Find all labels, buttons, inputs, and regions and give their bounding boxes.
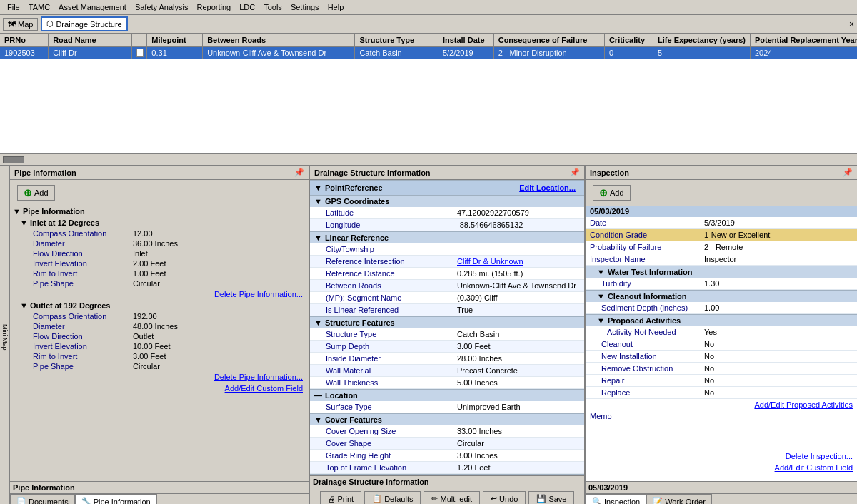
add-edit-proposed-link[interactable]: Add/Edit Proposed Activities bbox=[586, 399, 857, 410]
ds-row-betweenroads: Between Roads Unknown-Cliff Ave & Townse… bbox=[310, 280, 584, 292]
insp-row-replace: Replace No bbox=[586, 387, 857, 399]
ds-section-linear[interactable]: ▼ Linear Reference bbox=[310, 231, 584, 243]
map-button[interactable]: 🗺 Map bbox=[3, 18, 38, 31]
ds-section-gps[interactable]: ▼ GPS Coordinates bbox=[310, 195, 584, 207]
cell-prno: 1902503 bbox=[0, 47, 49, 59]
proposed-title: Proposed Activities bbox=[608, 316, 681, 325]
ds-section-pointref[interactable]: ▼ PointReference Edit Location... bbox=[310, 180, 584, 195]
delete-pipe-inlet-link[interactable]: Delete Pipe Information... bbox=[10, 288, 309, 300]
insp-date-section[interactable]: 05/03/2019 bbox=[586, 206, 857, 217]
multi-edit-button[interactable]: ✏ Multi-edit bbox=[424, 491, 480, 504]
insp-tab-inspection[interactable]: 🔍 Inspection bbox=[586, 494, 646, 504]
pipe-section-header[interactable]: ▼ Pipe Information bbox=[10, 206, 309, 217]
pipe-tab-documents[interactable]: 📄 Documents bbox=[10, 494, 75, 504]
pipe-prop-list: ▼ Pipe Information ▼ Inlet at 12 Degrees… bbox=[10, 206, 309, 481]
cell-roadname: Cliff Dr bbox=[49, 47, 132, 59]
cover-title: Cover Features bbox=[325, 415, 382, 424]
menu-bar: File TAMC Asset Management Safety Analys… bbox=[0, 0, 857, 15]
ds-section-cover[interactable]: ▼ Cover Features bbox=[310, 413, 584, 425]
diameter-outlet: Diameter 48.00 Inches bbox=[10, 321, 309, 331]
pipe-panel-title: Pipe Information bbox=[14, 168, 76, 177]
undo-button[interactable]: ↩ Undo bbox=[483, 491, 526, 504]
row-checkbox[interactable]: ✓ bbox=[136, 49, 144, 57]
cell-consequence: 2 - Minor Disruption bbox=[494, 47, 605, 59]
edit-location-link[interactable]: Edit Location... bbox=[515, 182, 580, 193]
menu-reporting[interactable]: Reporting bbox=[192, 1, 235, 13]
menu-safety[interactable]: Safety Analysis bbox=[131, 1, 193, 13]
cell-checkbox[interactable]: ✓ bbox=[132, 47, 148, 59]
menu-ldc[interactable]: LDC bbox=[235, 1, 259, 13]
ds-row-topframe: Top of Frame Elevation 1.20 Feet bbox=[310, 462, 584, 474]
ds-panel-pin[interactable]: 📌 bbox=[570, 168, 580, 177]
defaults-button[interactable]: 📋 Defaults bbox=[364, 491, 421, 504]
insp-tab-label: Inspection bbox=[604, 498, 640, 505]
pipe-tab-pipe-info[interactable]: 🔧 Pipe Information bbox=[75, 494, 157, 504]
insp-panel-pin[interactable]: 📌 bbox=[843, 168, 853, 177]
insp-proposed-section[interactable]: ▼ Proposed Activities bbox=[586, 314, 857, 326]
menu-help[interactable]: Help bbox=[324, 1, 349, 13]
save-button[interactable]: 💾 Save bbox=[528, 491, 574, 504]
insp-add-label: Add bbox=[610, 188, 624, 197]
insp-add-button[interactable]: ⊕ Add bbox=[593, 185, 631, 201]
menu-settings[interactable]: Settings bbox=[286, 1, 324, 13]
ds-section-structfeat[interactable]: ▼ Structure Features bbox=[310, 316, 584, 328]
window-close-button[interactable]: × bbox=[849, 19, 854, 29]
insp-row-removeobs: Remove Obstruction No bbox=[586, 363, 857, 375]
ds-row-city: City/Township bbox=[310, 243, 584, 256]
insp-cleanout-section[interactable]: ▼ Cleanout Information bbox=[586, 290, 857, 302]
col-between: Between Roads bbox=[203, 34, 355, 46]
insp-row-probfailure: Probability of Failure 2 - Remote bbox=[586, 241, 857, 253]
rim-to-invert-outlet: Rim to Invert 3.00 Feet bbox=[10, 351, 309, 361]
print-button[interactable]: 🖨 Print bbox=[320, 491, 362, 504]
ds-footer-label: Drainage Structure Information bbox=[310, 475, 584, 488]
h-scrollbar-thumb[interactable] bbox=[3, 156, 24, 163]
pipe-inlet-header[interactable]: ▼ Inlet at 12 Degrees bbox=[10, 217, 309, 228]
mini-map-tab[interactable]: Mini Map bbox=[0, 166, 10, 504]
doc-icon: 📄 bbox=[16, 497, 26, 504]
insp-footer-tabs: 🔍 Inspection 📝 Work Order bbox=[586, 493, 857, 504]
cell-installdate: 5/2/2019 bbox=[438, 47, 494, 59]
add-edit-custom-pipe-link[interactable]: Add/Edit Custom Field bbox=[10, 383, 309, 394]
cell-replacement: 2024 bbox=[751, 47, 857, 59]
pipe-footer-label: Pipe Information bbox=[10, 481, 309, 493]
delete-pipe-outlet-link[interactable]: Delete Pipe Information... bbox=[10, 371, 309, 383]
pipe-shape-outlet: Pipe Shape Circular bbox=[10, 361, 309, 371]
insp-add-icon: ⊕ bbox=[599, 187, 608, 198]
delete-inspection-link[interactable]: Delete Inspection... bbox=[586, 450, 857, 462]
drainage-structure-button[interactable]: ⬡ Drainage Structure bbox=[41, 16, 127, 31]
insp-watertest-section[interactable]: ▼ Water Test Information bbox=[586, 266, 857, 278]
gps-expand: ▼ bbox=[314, 197, 322, 206]
insp-content: 05/03/2019 Date 5/3/2019 Condition Grade… bbox=[586, 206, 857, 481]
pipe-inlet-expand: ▼ bbox=[20, 218, 28, 227]
multi-edit-icon: ✏ bbox=[431, 494, 438, 503]
menu-tools[interactable]: Tools bbox=[259, 1, 286, 13]
insp-row-sediment: Sediment Depth (inches) 1.00 bbox=[586, 302, 857, 314]
pipe-add-label: Add bbox=[34, 188, 49, 197]
flow-direction-inlet: Flow Direction Inlet bbox=[10, 248, 309, 258]
ds-row-insidediam: Inside Diameter 28.00 Inches bbox=[310, 353, 584, 365]
ds-row-surface: Surface Type Unimproved Earth bbox=[310, 401, 584, 413]
pipe-add-button[interactable]: ⊕ Add bbox=[17, 185, 55, 201]
pipe-outlet-header[interactable]: ▼ Outlet at 192 Degrees bbox=[10, 300, 309, 311]
gps-title: GPS Coordinates bbox=[325, 197, 389, 206]
insp-row-turbidity: Turbidity 1.30 bbox=[586, 278, 857, 290]
insp-row-repair: Repair No bbox=[586, 375, 857, 387]
pipe-panel-pin[interactable]: 📌 bbox=[294, 168, 304, 177]
cell-criticality: 0 bbox=[605, 47, 653, 59]
save-icon: 💾 bbox=[536, 494, 546, 503]
cell-lifeexp: 5 bbox=[653, 47, 751, 59]
add-edit-custom-insp-link[interactable]: Add/Edit Custom Field bbox=[586, 462, 857, 473]
drainage-icon: ⬡ bbox=[46, 19, 54, 29]
insp-tab-workorder[interactable]: 📝 Work Order bbox=[646, 494, 712, 504]
menu-asset[interactable]: Asset Management bbox=[54, 1, 131, 13]
table-row[interactable]: 1902503 Cliff Dr ✓ 0.31 Unknown-Cliff Av… bbox=[0, 47, 857, 59]
ds-content: ▼ PointReference Edit Location... ▼ GPS … bbox=[310, 180, 584, 475]
ds-section-location[interactable]: — Location bbox=[310, 389, 584, 401]
menu-file[interactable]: File bbox=[3, 1, 24, 13]
pipe-outlet-expand: ▼ bbox=[20, 301, 28, 310]
proposed-expand: ▼ bbox=[597, 316, 605, 325]
ds-row-refdist: Reference Distance 0.285 mi. (1505 ft.) bbox=[310, 268, 584, 280]
ds-row-segment: (MP): Segment Name (0.309) Cliff bbox=[310, 292, 584, 304]
menu-tamc[interactable]: TAMC bbox=[24, 1, 54, 13]
insp-panel-header: Inspection 📌 bbox=[586, 166, 857, 180]
